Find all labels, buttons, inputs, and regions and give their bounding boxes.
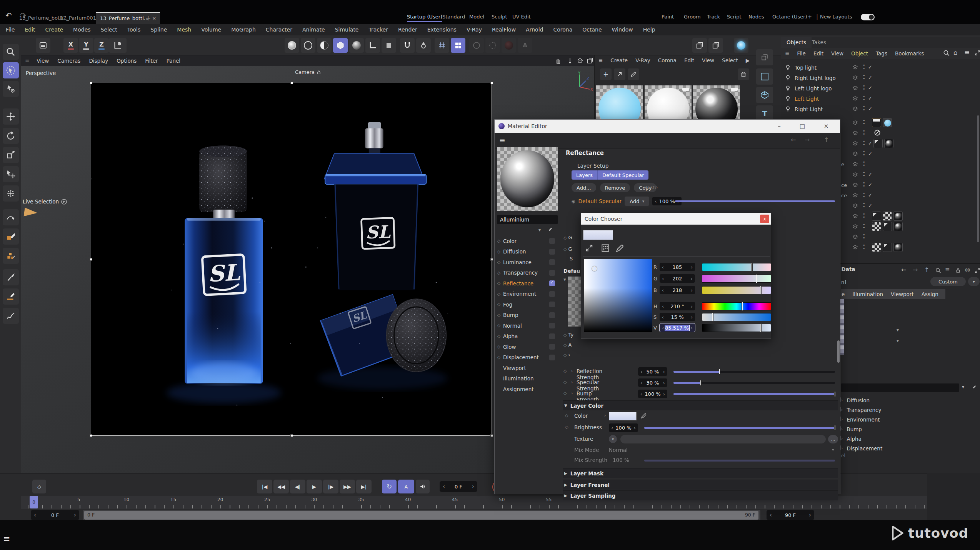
material-name-input[interactable]: Alluminium — [497, 215, 558, 224]
preview-chevron-icon[interactable]: ▾ — [538, 227, 541, 233]
transport-button[interactable]: ▶▶ — [340, 480, 355, 493]
window-layout-icon[interactable] — [692, 38, 707, 53]
menu-item[interactable]: Volume — [196, 27, 226, 33]
objects-scrollbar[interactable] — [977, 115, 979, 242]
material-manager-menu-item[interactable]: View — [698, 57, 718, 63]
menu-item[interactable]: File — [1, 27, 20, 33]
layout-toggle[interactable] — [861, 14, 875, 20]
new-document-tab-button[interactable]: + — [142, 12, 155, 24]
visibility-dots[interactable]: •• — [863, 85, 865, 91]
collapsed-section-header[interactable]: ▶Layer Mask — [563, 468, 838, 478]
brightness-slider[interactable] — [644, 427, 835, 429]
layer-icon[interactable] — [852, 95, 858, 102]
render-team-icon[interactable] — [349, 38, 364, 53]
channel-value-field[interactable]: ‹185› — [660, 263, 695, 271]
camera-frame[interactable]: SL SL — [91, 83, 492, 436]
menu-item[interactable]: Mesh — [172, 27, 196, 33]
layer-color-swatch[interactable] — [609, 412, 637, 420]
palette-cube-icon[interactable] — [756, 87, 773, 103]
dolly-view-icon[interactable] — [565, 57, 575, 65]
sound-button[interactable] — [416, 480, 430, 493]
channel-row[interactable]: ◇ Bump — [495, 310, 561, 321]
layout-tab[interactable]: UV Edit — [512, 14, 531, 20]
name-chevron-icon[interactable]: ▾ — [962, 384, 964, 390]
objects-menu-item[interactable]: Bookmarks — [891, 50, 928, 57]
channel-row[interactable]: ◇ Assignment — [495, 384, 561, 395]
eyedropper-icon[interactable] — [615, 243, 625, 253]
material-channel-row[interactable]: ›Diffusion — [841, 395, 957, 405]
maximize-view-icon[interactable] — [585, 57, 595, 65]
material-tag-icon[interactable] — [893, 243, 903, 252]
channel-checkbox[interactable] — [549, 249, 555, 255]
strength-slider[interactable] — [673, 371, 835, 373]
channel-row[interactable]: ◇ Alpha — [495, 331, 561, 342]
range-scrollbar[interactable]: 0 F 90 F — [84, 511, 758, 520]
uvw-tag-icon[interactable] — [883, 212, 892, 221]
channel-value-field[interactable]: ‹15 %› — [660, 313, 695, 321]
channel-checkbox[interactable] — [549, 270, 555, 276]
channel-row[interactable]: ◇ Illumination — [495, 373, 561, 384]
axis-lock-button[interactable]: Z — [94, 38, 109, 53]
palette-square-icon[interactable] — [756, 68, 773, 85]
scale-tool-icon[interactable] — [3, 147, 19, 163]
material-tag-icon[interactable] — [884, 139, 893, 148]
strength-slider[interactable] — [673, 393, 835, 395]
viewport-menu-item[interactable]: Cameras — [53, 58, 85, 64]
brightness-value[interactable]: ‹100 %› — [609, 423, 638, 432]
texture-path-field[interactable] — [620, 435, 826, 443]
material-manager-menu-item[interactable]: Corona — [654, 57, 680, 63]
collapsed-section-header[interactable]: ▶Layer Fresnel — [563, 480, 838, 490]
render-dark-icon[interactable] — [502, 38, 516, 53]
modeling-objects-tool-icon[interactable] — [3, 248, 19, 264]
autokey-track-button[interactable]: A — [398, 480, 414, 493]
menu-item[interactable]: RealFlow — [487, 27, 521, 33]
channel-row[interactable]: ◇ Fog — [495, 299, 561, 310]
anim-dot-icon[interactable]: ◉ — [572, 199, 575, 204]
channel-slider[interactable] — [702, 313, 771, 321]
channel-row[interactable]: ◇ Glow — [495, 342, 561, 352]
transport-button[interactable]: ◀◀ — [273, 480, 289, 493]
enabled-check-icon[interactable]: ✓ — [868, 75, 872, 80]
layout-tab[interactable]: Paint — [662, 14, 674, 20]
strength-slider[interactable] — [673, 382, 835, 384]
up-icon[interactable]: ↑ — [924, 266, 929, 273]
sky-material-tag-icon[interactable] — [883, 118, 892, 127]
layer-color-header[interactable]: ▼Layer Color — [563, 400, 838, 410]
object-tree-row[interactable]: Left Light logo •• ✓ — [781, 83, 980, 93]
magnet-icon[interactable] — [400, 38, 415, 53]
search-icon[interactable] — [935, 267, 942, 274]
channel-checkbox[interactable] — [549, 291, 555, 297]
channel-checkbox[interactable] — [549, 259, 555, 265]
enabled-check-icon[interactable]: ✓ — [868, 106, 872, 112]
channel-value-field[interactable]: ‹85.517 %› — [660, 323, 695, 332]
move-tool-icon[interactable] — [3, 108, 19, 125]
texture-chevron-button[interactable]: ▾ — [609, 435, 617, 443]
transport-button[interactable]: ▶ — [307, 480, 322, 493]
current-frame-spinner[interactable]: ‹0 F› — [440, 481, 477, 492]
menu-item[interactable]: Create — [40, 27, 68, 33]
color-dropper-icon[interactable] — [640, 412, 647, 419]
rotate-view-icon[interactable] — [575, 57, 585, 65]
open-material-icon[interactable] — [614, 68, 625, 80]
coordinate-system-icon[interactable] — [109, 38, 127, 53]
preset-dropdown[interactable]: Custom — [930, 277, 966, 286]
uvw-tag-icon[interactable] — [872, 222, 881, 231]
channel-value-field[interactable]: ‹202› — [660, 274, 695, 283]
layout-tab[interactable]: Standard — [442, 14, 465, 20]
channel-row[interactable]: ◇ Luminance — [495, 257, 561, 268]
layout-tab[interactable]: Sculpt — [492, 14, 507, 20]
expand-chooser-icon[interactable] — [585, 244, 593, 252]
layer-action-button[interactable]: Add... — [572, 183, 596, 192]
object-tree-row[interactable]: Right Light •• ✓ — [781, 104, 980, 114]
strength-value[interactable]: ‹50 %› — [638, 367, 667, 376]
multi-axis-tool-icon[interactable] — [3, 185, 19, 202]
swatch-grid-icon[interactable] — [600, 243, 610, 253]
visibility-dots[interactable]: •• — [863, 74, 865, 80]
minimize-button[interactable]: – — [771, 120, 788, 133]
material-manager-menu-item[interactable]: V-Ray — [632, 57, 654, 63]
channel-checkbox[interactable] — [549, 323, 555, 328]
preset-chevron-icon[interactable]: ▾ — [968, 277, 980, 286]
material-channel-row[interactable]: ›Bump — [841, 424, 957, 434]
lock-icon[interactable] — [955, 267, 961, 273]
saturation-value-square[interactable] — [584, 259, 652, 332]
